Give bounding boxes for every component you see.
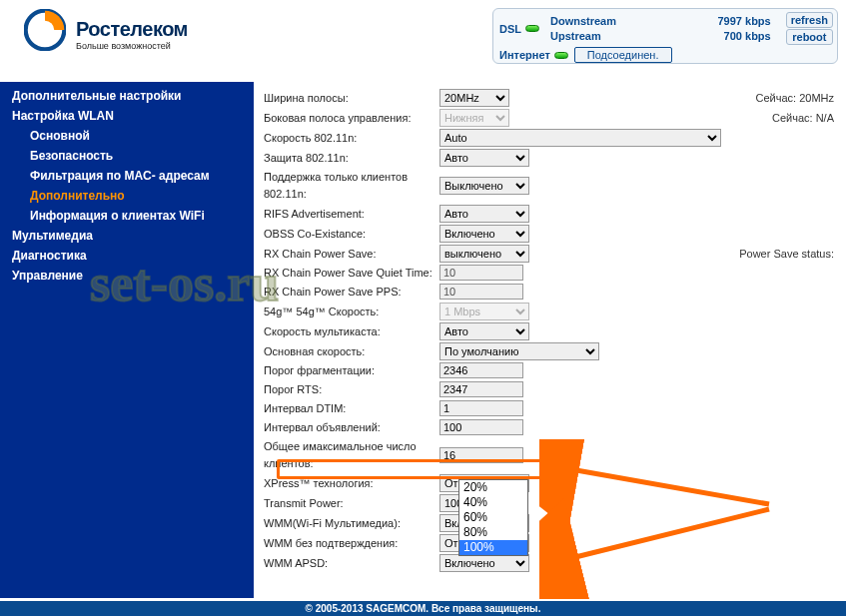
txpower-option[interactable]: 40% bbox=[459, 495, 527, 510]
sidebar-item[interactable]: Мультимедиа bbox=[0, 226, 254, 246]
brand-logo-icon bbox=[24, 9, 66, 51]
only80211n-label: Поддержка только клиентов 802.11n: bbox=[262, 168, 437, 204]
logo-block: Ростелеком Больше возможностей bbox=[24, 8, 188, 51]
connection-status: Подсоединен. bbox=[574, 47, 672, 63]
multicast-select[interactable]: Авто bbox=[439, 322, 529, 340]
txpower-option[interactable]: 80% bbox=[459, 525, 527, 540]
beacon-label: Интервал объявлений: bbox=[262, 418, 437, 437]
rate80211n-label: Скорость 802.11n: bbox=[262, 128, 437, 148]
basicrate-label: Основная скорость: bbox=[262, 341, 437, 361]
reboot-button[interactable]: reboot bbox=[786, 29, 833, 45]
rxchain-select[interactable]: выключено bbox=[439, 245, 529, 263]
maxclients-label: Общее имаксимальное число клиентов: bbox=[262, 437, 437, 473]
dsl-status: DSL bbox=[499, 23, 539, 35]
protect80211n-select[interactable]: Авто bbox=[439, 149, 529, 167]
status-panel: DSL Downstream 7997 kbps Upstream 700 kb… bbox=[492, 8, 838, 64]
sidebar-item[interactable]: Настройка WLAN bbox=[0, 106, 254, 126]
frag-label: Порог фрагментации: bbox=[262, 361, 437, 380]
rxchain-quiet-input bbox=[439, 265, 523, 281]
basicrate-select[interactable]: По умолчанию bbox=[439, 342, 599, 360]
rates-table: Downstream 7997 kbps Upstream 700 kbps bbox=[545, 13, 776, 45]
only80211n-select[interactable]: Выключено bbox=[439, 177, 529, 195]
txpower-dropdown-open[interactable]: 20%40%60%80%100% bbox=[458, 479, 528, 556]
upstream-value: 700 kbps bbox=[672, 30, 773, 43]
sideband-select: Нижняя bbox=[439, 109, 509, 127]
maxclients-input[interactable] bbox=[439, 447, 523, 463]
sidebar-item[interactable]: Управление bbox=[0, 266, 254, 286]
sideband-note: Сейчас: N/A bbox=[631, 108, 839, 128]
protect80211n-label: Защита 802.11n: bbox=[262, 148, 437, 168]
internet-label: Интернет bbox=[499, 49, 550, 61]
rxchain-pps-label: RX Chain Power Save PPS: bbox=[262, 283, 437, 302]
dtim-label: Интервал DTIM: bbox=[262, 399, 437, 418]
header: Ростелеком Больше возможностей DSL Downs… bbox=[0, 0, 846, 82]
footer-copyright: © 2005-2013 SAGEMCOM. Все права защищены… bbox=[0, 601, 846, 616]
rate80211n-select[interactable]: Auto bbox=[439, 129, 721, 147]
sidebar-nav: Дополнительные настройкиНастройка WLANОс… bbox=[0, 82, 254, 598]
bandwidth-select[interactable]: 20MHz bbox=[439, 89, 509, 107]
rxchain-pps-input bbox=[439, 284, 523, 300]
sideband-label: Боковая полоса управления: bbox=[262, 108, 437, 128]
wmm-label: WMM(Wi-Fi Мультимедиа): bbox=[262, 513, 437, 533]
sidebar-item[interactable]: Безопасность bbox=[0, 146, 254, 166]
sidebar-item[interactable]: Диагностика bbox=[0, 246, 254, 266]
dsl-led-icon bbox=[525, 25, 539, 32]
brand-subtitle: Больше возможностей bbox=[76, 41, 188, 51]
internet-led-icon bbox=[554, 52, 568, 59]
sidebar-item[interactable]: Фильтрация по MAC- адресам bbox=[0, 166, 254, 186]
bandwidth-note: Сейчас: 20MHz bbox=[631, 88, 839, 108]
main-content: Ширина полосы: 20MHz Сейчас: 20MHz Боков… bbox=[254, 82, 846, 598]
rts-label: Порог RTS: bbox=[262, 380, 437, 399]
wmm-apsd-label: WMM APSD: bbox=[262, 553, 437, 573]
rts-input[interactable] bbox=[439, 381, 523, 397]
beacon-input[interactable] bbox=[439, 419, 523, 435]
obss-select[interactable]: Включено bbox=[439, 225, 529, 243]
sidebar-item[interactable]: Основной bbox=[0, 126, 254, 146]
refresh-button[interactable]: refresh bbox=[786, 12, 833, 28]
txpower-option[interactable]: 60% bbox=[459, 510, 527, 525]
sidebar-item[interactable]: Дополнительные настройки bbox=[0, 86, 254, 106]
rxchain-label: RX Chain Power Save: bbox=[262, 244, 437, 264]
brand-title: Ростелеком bbox=[76, 18, 188, 41]
bandwidth-label: Ширина полосы: bbox=[262, 88, 437, 108]
downstream-label: Downstream bbox=[547, 15, 670, 28]
frag-input[interactable] bbox=[439, 362, 523, 378]
svg-point-1 bbox=[36, 20, 54, 38]
rxchain-quiet-label: RX Chain Power Save Quiet Time: bbox=[262, 264, 437, 283]
rate54g-label: 54g™ 54g™ Скорость: bbox=[262, 302, 437, 321]
rifs-select[interactable]: Авто bbox=[439, 205, 529, 223]
txpower-label: Transmit Power: bbox=[262, 493, 437, 513]
txpower-option[interactable]: 20% bbox=[459, 480, 527, 495]
wmm-apsd-select[interactable]: Включено bbox=[439, 554, 529, 572]
obss-label: OBSS Co-Existance: bbox=[262, 224, 437, 244]
internet-status: Интернет bbox=[499, 49, 568, 61]
dsl-label: DSL bbox=[499, 23, 521, 35]
rifs-label: RIFS Advertisement: bbox=[262, 204, 437, 224]
rate54g-select: 1 Mbps bbox=[439, 303, 529, 320]
txpower-option[interactable]: 100% bbox=[459, 540, 527, 555]
downstream-value: 7997 kbps bbox=[672, 15, 773, 28]
settings-form: Ширина полосы: 20MHz Сейчас: 20MHz Боков… bbox=[262, 88, 838, 573]
sidebar-item[interactable]: Дополнительно bbox=[0, 186, 254, 206]
upstream-label: Upstream bbox=[547, 30, 670, 43]
multicast-label: Скорость мультикаста: bbox=[262, 321, 437, 341]
wmm-noack-label: WMM без подтверждения: bbox=[262, 533, 437, 553]
sidebar-item[interactable]: Информация о клиентах WiFi bbox=[0, 206, 254, 226]
rxchain-note: Power Save status: bbox=[631, 244, 839, 264]
dtim-input[interactable] bbox=[439, 400, 523, 416]
xpress-label: XPress™ технология: bbox=[262, 473, 437, 493]
